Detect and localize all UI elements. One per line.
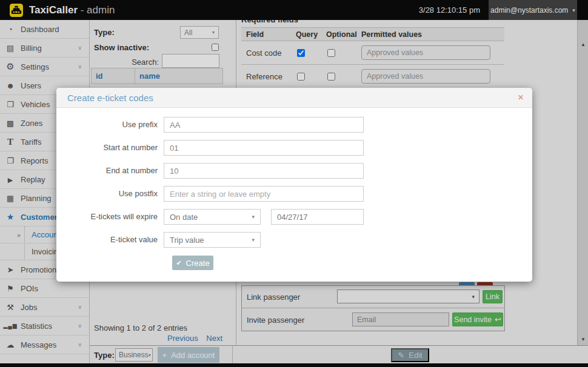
expire-mode-select[interactable]: On date ▾ — [164, 209, 261, 225]
start-number-input[interactable] — [164, 140, 364, 156]
use-prefix-input[interactable] — [164, 117, 364, 133]
expire-date-input[interactable] — [271, 209, 364, 225]
eticket-value-label: E-ticket value — [56, 235, 158, 244]
start-number-label: Start at number — [56, 143, 158, 152]
use-postfix-label: Use postfix — [56, 189, 158, 198]
caret-down-icon: ▾ — [252, 214, 255, 220]
use-postfix-input[interactable] — [164, 186, 364, 202]
end-number-row: End at number — [56, 163, 532, 179]
modal-header: Create e-ticket codes ✕ — [56, 88, 532, 108]
use-prefix-label: Use prefix — [56, 120, 158, 129]
use-prefix-row: Use prefix — [56, 117, 532, 133]
create-eticket-modal: Create e-ticket codes ✕ Use prefix Start… — [56, 88, 532, 282]
eticket-value-select[interactable]: Trip value ▾ — [164, 232, 261, 248]
start-number-row: Start at number — [56, 140, 532, 156]
bottom-black-strip — [0, 363, 588, 367]
close-icon[interactable]: ✕ — [518, 93, 524, 102]
use-postfix-row: Use postfix — [56, 186, 532, 202]
expire-row: E-tickets will expire On date ▾ — [56, 209, 532, 225]
modal-title: Create e-ticket codes — [67, 88, 153, 108]
expire-label: E-tickets will expire — [56, 212, 158, 221]
eticket-value-row: E-ticket value Trip value ▾ — [56, 232, 532, 248]
app-window: TaxiCaller - admin 3/28 12:10:15 pm admi… — [0, 0, 588, 367]
caret-down-icon: ▾ — [252, 237, 255, 243]
create-button[interactable]: ✔ Create — [172, 256, 213, 270]
end-number-input[interactable] — [164, 163, 364, 179]
end-number-label: End at number — [56, 166, 158, 175]
check-icon: ✔ — [176, 259, 181, 267]
